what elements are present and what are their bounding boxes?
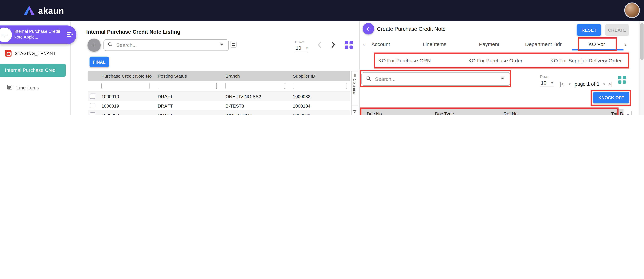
tabs-scroll-right-icon[interactable]: › (625, 38, 626, 50)
branch: WORKSHOP (226, 113, 293, 115)
knock-off-button[interactable]: KNOCK OFF (593, 92, 629, 103)
chevron-down-icon: ▾ (552, 81, 553, 85)
module-logo: ogo (0, 27, 12, 42)
posting-status: DRAFT (158, 113, 226, 115)
topbar: akaun (0, 0, 644, 21)
column-header[interactable]: Txn Dat (611, 109, 624, 115)
branch: B-TEST3 (226, 103, 293, 108)
branch: ONE LIVING SS2 (226, 94, 293, 99)
listing-search-input[interactable] (116, 42, 216, 48)
listing-panel: Internal Purchase Credit Note Listing + … (70, 21, 359, 115)
sidebar-item-line-items[interactable]: Line Items (6, 84, 39, 91)
search-icon (108, 41, 113, 49)
listing-table: Purchase Credit Note No Posting Status B… (88, 71, 350, 115)
grid-view-icon[interactable] (618, 76, 626, 83)
vertical-scrollbar[interactable] (639, 21, 644, 115)
add-record-button[interactable]: + (88, 38, 101, 52)
filter-input-credit-note-no[interactable] (102, 83, 150, 89)
supplier-id: 1000032 (293, 94, 350, 99)
drag-handle-icon: |||| (627, 114, 629, 115)
rows-per-page-select[interactable]: 10 ▾ (540, 80, 554, 87)
posting-status: DRAFT (158, 94, 226, 99)
rows-per-page-label: Rows (540, 75, 549, 79)
column-header[interactable]: Supplier ID (293, 71, 315, 81)
module-selector-button[interactable]: ogo Internal Purchase Credit Note Apple.… (0, 25, 76, 44)
listing-filter-row (88, 81, 350, 91)
table-row[interactable]: 1000010DRAFTONE LIVING SS21000032 (88, 91, 350, 101)
columns-tab-label: Columns (352, 79, 357, 94)
column-header[interactable]: Purchase Credit Note No (102, 71, 152, 81)
tabs-scroll-left-icon[interactable]: ‹ (363, 38, 365, 50)
previous-page-icon[interactable] (317, 41, 322, 50)
rows-per-page-label: Rows (295, 40, 304, 44)
list-icon (6, 84, 13, 91)
sidebar-item-label: Line Items (16, 85, 39, 91)
final-status-filter-chip[interactable]: FINAL (90, 57, 109, 67)
active-tab-indicator (572, 49, 624, 50)
previous-page-icon[interactable]: < (568, 81, 571, 87)
user-avatar[interactable] (624, 2, 640, 18)
filters-side-tab[interactable]: Filters (351, 105, 358, 115)
next-page-icon[interactable] (331, 41, 336, 50)
scrollbar-thumb[interactable] (640, 23, 644, 60)
module-name: Internal Purchase Credit Note Apple... (14, 29, 63, 40)
knockoff-side-tabs: |||| Columns Filters (625, 111, 632, 115)
column-header[interactable]: Doc Type (435, 109, 454, 115)
first-page-icon[interactable]: |< (560, 81, 564, 87)
row-checkbox[interactable] (90, 112, 95, 115)
rows-per-page-select[interactable]: 10 ▾ (295, 45, 309, 52)
reset-button[interactable]: RESET (576, 24, 601, 36)
rows-per-page-value: 10 (541, 80, 546, 86)
drag-handle-icon: |||| (354, 74, 356, 77)
row-checkbox[interactable] (90, 93, 95, 99)
subtab-ko-for-purchase-grn[interactable]: KO For Purchase GRN (378, 57, 431, 65)
knockoff-searchbox[interactable] (362, 72, 510, 86)
filter-input-supplier-id[interactable] (293, 83, 347, 89)
last-page-icon[interactable]: >| (608, 81, 612, 87)
listing-searchbox[interactable] (104, 39, 229, 51)
sidebar-item-label: Internal Purchase Cred (5, 67, 56, 73)
column-header[interactable]: Ref No (504, 109, 518, 115)
back-button[interactable] (363, 23, 374, 34)
search-icon (366, 75, 372, 83)
tab-line-items[interactable]: Line Items (423, 38, 446, 50)
sidebar: ogo Internal Purchase Credit Note Apple.… (0, 21, 70, 115)
credit-note-no: 1000009 (102, 113, 158, 115)
knockoff-search-input[interactable] (374, 76, 496, 82)
listing-table-header: Purchase Credit Note No Posting Status B… (88, 71, 350, 81)
posting-status: DRAFT (158, 103, 226, 108)
row-checkbox[interactable] (90, 103, 95, 108)
create-button[interactable]: CREATE (605, 24, 629, 36)
filter-icon[interactable] (218, 41, 225, 49)
columns-side-tab[interactable]: |||| Columns (351, 71, 358, 105)
row-checkbox-cell (88, 112, 102, 115)
column-header[interactable]: Posting Status (158, 71, 187, 81)
tenant-icon (5, 50, 12, 57)
column-header[interactable]: Branch (226, 71, 240, 81)
sidebar-item-internal-purchase-credit-note[interactable]: Internal Purchase Cred (0, 64, 66, 77)
menu-collapse-icon[interactable] (66, 31, 74, 39)
credit-note-no: 1000010 (102, 94, 158, 99)
list-view-icon[interactable] (230, 40, 237, 50)
column-header[interactable]: Doc No (367, 109, 382, 115)
grid-view-icon[interactable] (345, 41, 353, 49)
tenant-row[interactable]: STAGING_TENANT (5, 50, 56, 57)
tab-account[interactable]: Account (372, 38, 390, 50)
next-page-icon[interactable]: > (602, 81, 606, 87)
subtab-ko-for-purchase-order[interactable]: KO For Purchase Order (468, 57, 522, 65)
akaun-logo-icon (24, 6, 34, 16)
app-root: akaun ogo Internal Purchase Credit Note … (0, 0, 644, 115)
subtab-ko-for-supplier-delivery-order[interactable]: KO For Supplier Delivery Order (550, 57, 622, 65)
table-row[interactable]: 1000009DRAFTWORKSHOP1000071 (88, 110, 350, 115)
table-row[interactable]: 1000019DRAFTB-TEST31000134 (88, 101, 350, 110)
tab-ko-for[interactable]: KO For (588, 38, 605, 50)
filter-input-branch[interactable] (226, 83, 285, 89)
columns-side-tab[interactable]: |||| Columns (625, 111, 632, 115)
tab-department-hdr[interactable]: Department Hdr (525, 38, 562, 50)
supplier-id: 1000071 (293, 113, 350, 115)
filter-input-posting-status[interactable] (158, 83, 217, 89)
tab-payment[interactable]: Payment (479, 38, 500, 50)
page-indicator: page 1 of 1 (574, 81, 599, 87)
row-checkbox-cell (88, 103, 102, 108)
filter-icon[interactable] (500, 75, 506, 83)
